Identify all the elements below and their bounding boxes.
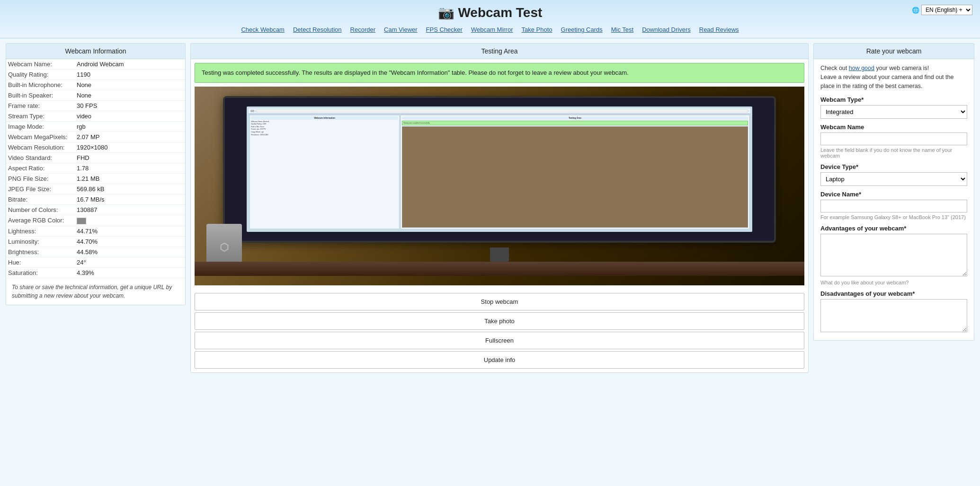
table-row: Brightness:44.58% bbox=[6, 247, 185, 257]
nav-link-detect-resolution[interactable]: Detect Resolution bbox=[293, 26, 342, 33]
info-field-value: 2.07 MP bbox=[75, 132, 185, 142]
fullscreen-button[interactable]: Fullscreen bbox=[195, 332, 804, 349]
info-field-label: Hue: bbox=[6, 257, 75, 267]
info-field-label: Number of Colors: bbox=[6, 205, 75, 215]
table-row: Hue:24° bbox=[6, 257, 185, 267]
nav-link-fps-checker[interactable]: FPS Checker bbox=[426, 26, 463, 33]
info-field-value: 1190 bbox=[75, 70, 185, 80]
info-field-value: 44.70% bbox=[75, 236, 185, 247]
webcam-type-label: Webcam Type* bbox=[820, 96, 967, 103]
info-field-label: Lightness: bbox=[6, 226, 75, 236]
webcam-type-select[interactable]: IntegratedExternal USBIP CameraOther bbox=[820, 105, 967, 119]
nav-link-download-drivers[interactable]: Download Drivers bbox=[642, 26, 691, 33]
device-name-hint: For example Samsung Galaxy S8+ or MacBoo… bbox=[820, 214, 967, 220]
info-field-label: Average RGB Color: bbox=[6, 215, 75, 226]
table-row: Webcam Resolution:1920×1080 bbox=[6, 142, 185, 153]
advantages-hint: What do you like about your webcam? bbox=[820, 280, 967, 285]
info-field-value: None bbox=[75, 90, 185, 101]
table-row: Aspect Ratio:1.78 bbox=[6, 163, 185, 174]
share-note: To share or save the technical informati… bbox=[6, 278, 185, 305]
info-field-value: 44.71% bbox=[75, 226, 185, 236]
nav-link-mic-test[interactable]: Mic Test bbox=[611, 26, 633, 33]
info-field-label: Aspect Ratio: bbox=[6, 163, 75, 174]
table-row: PNG File Size:1.21 MB bbox=[6, 174, 185, 184]
webcam-info-table: Webcam Name:Android WebcamQuality Rating… bbox=[6, 59, 185, 278]
table-row: Frame rate:30 FPS bbox=[6, 101, 185, 111]
nav-link-check-webcam[interactable]: Check Webcam bbox=[241, 26, 285, 33]
info-field-value: 16.7 MB/s bbox=[75, 194, 185, 205]
info-field-value: video bbox=[75, 111, 185, 122]
info-field-value bbox=[75, 215, 185, 226]
info-field-label: Frame rate: bbox=[6, 101, 75, 111]
webcam-name-hint: Leave the field blank if you do not know… bbox=[820, 147, 967, 159]
table-row: Built-in Speaker:None bbox=[6, 90, 185, 101]
webcam-name-input[interactable] bbox=[820, 133, 967, 145]
advantages-textarea[interactable] bbox=[820, 234, 967, 276]
language-selector[interactable]: 🌐 EN (English) + bbox=[912, 5, 972, 15]
info-field-label: Image Mode: bbox=[6, 122, 75, 132]
webcam-preview: Webcam Information Webcam Name: Android.… bbox=[195, 87, 804, 285]
update-info-button[interactable]: Update info bbox=[195, 351, 804, 369]
info-field-label: Quality Rating: bbox=[6, 70, 75, 80]
info-field-value: 130887 bbox=[75, 205, 185, 215]
device-name-input[interactable] bbox=[820, 200, 967, 212]
webcam-info-title: Webcam Information bbox=[6, 44, 185, 59]
table-row: Saturation:4.39% bbox=[6, 267, 185, 278]
info-field-value: 1.21 MB bbox=[75, 174, 185, 184]
table-row: Average RGB Color: bbox=[6, 215, 185, 226]
info-field-value: Android Webcam bbox=[75, 59, 185, 70]
info-field-label: PNG File Size: bbox=[6, 174, 75, 184]
info-field-label: Stream Type: bbox=[6, 111, 75, 122]
info-field-label: Saturation: bbox=[6, 267, 75, 278]
info-field-value: None bbox=[75, 80, 185, 90]
info-field-value: 1.78 bbox=[75, 163, 185, 174]
flag-icon: 🌐 bbox=[912, 7, 919, 14]
info-field-value: 4.39% bbox=[75, 267, 185, 278]
table-row: Stream Type:video bbox=[6, 111, 185, 122]
nav-link-take-photo[interactable]: Take Photo bbox=[522, 26, 552, 33]
table-row: Webcam Name:Android Webcam bbox=[6, 59, 185, 70]
info-field-value: 1920×1080 bbox=[75, 142, 185, 153]
table-row: Image Mode:rgb bbox=[6, 122, 185, 132]
info-field-label: Webcam Resolution: bbox=[6, 142, 75, 153]
info-field-label: Bitrate: bbox=[6, 194, 75, 205]
info-field-value: 30 FPS bbox=[75, 101, 185, 111]
color-swatch bbox=[77, 218, 86, 224]
info-field-value: 569.86 kB bbox=[75, 184, 185, 194]
table-row: Luminosity:44.70% bbox=[6, 236, 185, 247]
info-field-label: Brightness: bbox=[6, 247, 75, 257]
nav-link-read-reviews[interactable]: Read Reviews bbox=[699, 26, 739, 33]
info-field-value: rgb bbox=[75, 122, 185, 132]
device-type-select[interactable]: LaptopDesktopTabletSmartphoneOther bbox=[820, 172, 967, 186]
success-banner: Testing was completed successfully. The … bbox=[195, 63, 804, 83]
device-type-label: Device Type* bbox=[820, 163, 967, 170]
rate-title: Rate your webcam bbox=[814, 44, 974, 59]
webcam-name-label: Webcam Name bbox=[820, 124, 967, 131]
info-field-value: 44.58% bbox=[75, 247, 185, 257]
disadvantages-label: Disadvantages of your webcam* bbox=[820, 290, 967, 297]
stop-webcam-button[interactable]: Stop webcam bbox=[195, 293, 804, 310]
info-field-value: 24° bbox=[75, 257, 185, 267]
info-field-label: Webcam Name: bbox=[6, 59, 75, 70]
info-field-label: Built-in Speaker: bbox=[6, 90, 75, 101]
table-row: Number of Colors:130887 bbox=[6, 205, 185, 215]
nav-link-greeting-cards[interactable]: Greeting Cards bbox=[561, 26, 603, 33]
info-field-label: Luminosity: bbox=[6, 236, 75, 247]
testing-area-title: Testing Area bbox=[191, 44, 808, 59]
language-dropdown[interactable]: EN (English) + bbox=[921, 5, 972, 15]
table-row: Webcam MegaPixels:2.07 MP bbox=[6, 132, 185, 142]
page-title: 📷 Webcam Test bbox=[0, 5, 980, 20]
table-row: Video Standard:FHD bbox=[6, 153, 185, 163]
info-field-label: JPEG File Size: bbox=[6, 184, 75, 194]
nav-link-cam-viewer[interactable]: Cam Viewer bbox=[384, 26, 418, 33]
how-good-link[interactable]: how good bbox=[849, 65, 874, 71]
disadvantages-textarea[interactable] bbox=[820, 299, 967, 332]
table-row: Quality Rating:1190 bbox=[6, 70, 185, 80]
table-row: Lightness:44.71% bbox=[6, 226, 185, 236]
rate-intro: Check out how good your web camera is! L… bbox=[820, 64, 967, 90]
take-photo-button[interactable]: Take photo bbox=[195, 312, 804, 330]
advantages-label: Advantages of your webcam* bbox=[820, 225, 967, 232]
nav-link-recorder[interactable]: Recorder bbox=[350, 26, 375, 33]
device-name-label: Device Name* bbox=[820, 191, 967, 198]
nav-link-webcam-mirror[interactable]: Webcam Mirror bbox=[471, 26, 513, 33]
